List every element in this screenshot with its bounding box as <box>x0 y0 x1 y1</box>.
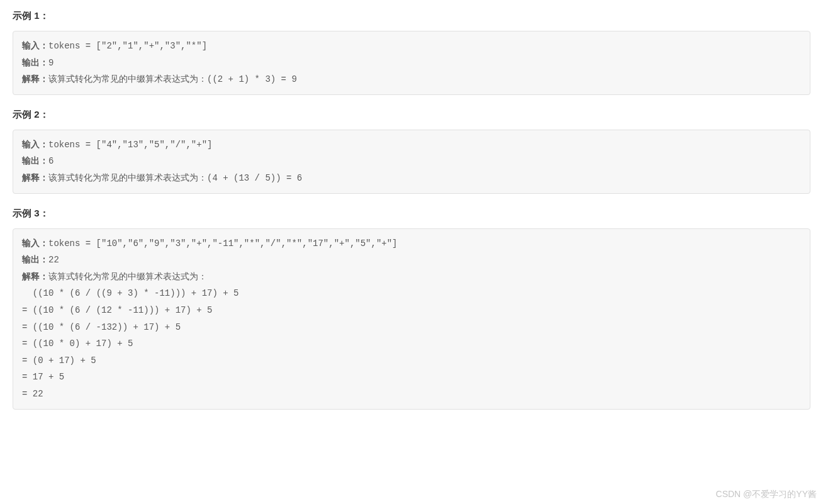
output-label: 输出： <box>22 156 48 166</box>
example-code-1: 输入：tokens = ["2","1","+","3","*"] 输出：9 解… <box>13 31 810 95</box>
input-label: 输入： <box>22 140 48 150</box>
example-code-2: 输入：tokens = ["4","13","5","/","+"] 输出：6 … <box>13 130 810 194</box>
output-label: 输出： <box>22 255 48 265</box>
example-title-2: 示例 2： <box>13 109 810 121</box>
output-label: 输出： <box>22 58 48 68</box>
example-code-3: 输入：tokens = ["10","6","9","3","+","-11",… <box>13 228 810 410</box>
input-label: 输入： <box>22 41 48 51</box>
document-content: 示例 1：输入：tokens = ["2","1","+","3","*"] 输… <box>13 10 810 410</box>
explain-label: 解释： <box>22 74 48 84</box>
example-title-3: 示例 3： <box>13 208 810 220</box>
input-label: 输入： <box>22 238 48 249</box>
explain-label: 解释： <box>22 272 48 282</box>
example-title-1: 示例 1： <box>13 10 810 22</box>
explain-label: 解释： <box>22 173 48 183</box>
